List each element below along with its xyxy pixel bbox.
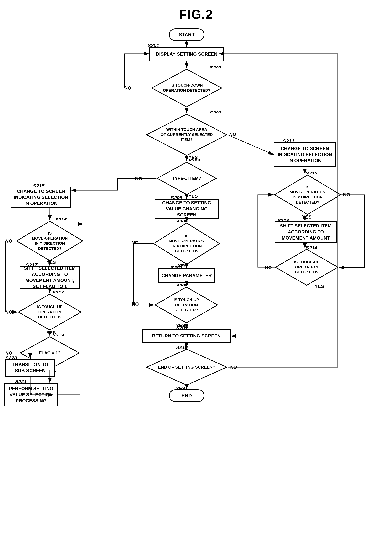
- s217-node: SHIFT SELECTED ITEM ACCORDING TO MOVEMEN…: [19, 266, 80, 289]
- s202-node: IS TOUCH-DOWNOPERATION DETECTED?: [151, 68, 222, 108]
- s202-no-label: NO: [124, 85, 131, 91]
- s204-no-label: NO: [135, 176, 142, 182]
- svg-line-16: [227, 135, 274, 155]
- s211-node: CHANGE TO SCREEN INDICATING SELECTION IN…: [274, 142, 336, 167]
- s219-no-label: NO: [5, 350, 12, 356]
- page-title: FIG.2: [0, 0, 392, 22]
- s215-node: CHANGE TO SCREEN INDICATING SELECTION IN…: [11, 187, 71, 208]
- s212-node: ISMOVE-OPERATIONIN Y DIRECTIONDETECTED?: [274, 174, 341, 215]
- s212-no-label: NO: [343, 192, 350, 198]
- s208-node: IS TOUCH-UPOPERATIONDETECTED?: [154, 286, 218, 324]
- s213-node: SHIFT SELECTED ITEM ACCORDING TO MOVEMEN…: [275, 221, 337, 243]
- s218-node: IS TOUCH-UPOPERATIONDETECTED?: [18, 293, 82, 331]
- s203-no-label: NO: [229, 132, 236, 137]
- s218-no-label: NO: [5, 310, 12, 315]
- s208-no-label: NO: [132, 301, 139, 307]
- s204-node: TYPE-1 ITEM?: [156, 161, 217, 195]
- start-node: START: [169, 28, 204, 41]
- s221-node: PERFORM SETTING VALUE SELECTION PROCESSI…: [5, 383, 58, 406]
- s214-no-label: NO: [265, 265, 272, 270]
- s206-node: ISMOVE-OPERATIONIN X DIRECTIONDETECTED?: [153, 222, 220, 265]
- s207-node: CHANGE PARAMETER: [158, 268, 215, 283]
- s216-no-label: NO: [5, 238, 12, 244]
- s219-node: FLAG = 1?: [19, 336, 80, 370]
- diagram: START S201 DISPLAY SETTING SCREEN S202 I…: [0, 23, 392, 539]
- s209-node: RETURN TO SETTING SCREEN: [142, 329, 231, 343]
- s203-node: WITHIN TOUCH AREAOF CURRENTLY SELECTEDIT…: [146, 113, 227, 156]
- s210-no-label: NO: [230, 365, 237, 370]
- s201-node: DISPLAY SETTING SCREEN: [149, 47, 224, 61]
- s214-node: IS TOUCH-UPOPERATIONDETECTED?: [275, 248, 339, 286]
- s210-node: END OF SETTING SCREEN?: [146, 348, 227, 386]
- s216-node: ISMOVE-OPERATIONIN Y DIRECTIONDETECTED?: [16, 221, 84, 261]
- end-node: END: [169, 390, 204, 402]
- s205-node: CHANGE TO SETTING VALUE CHANGING SCREEN: [155, 199, 219, 219]
- s206-no-label: NO: [132, 240, 139, 246]
